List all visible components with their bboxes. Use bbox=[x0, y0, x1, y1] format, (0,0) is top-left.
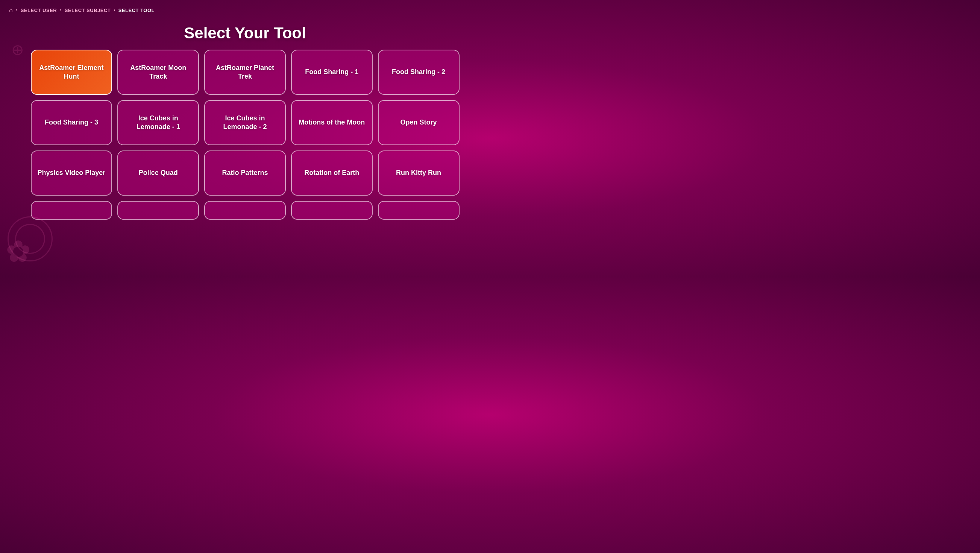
breadcrumb: ⌂ › SELECT USER › SELECT SUBJECT › SELEC… bbox=[0, 0, 490, 20]
tool-card-run-kitty-run[interactable]: Run Kitty Run bbox=[378, 150, 460, 196]
tool-card-physics-video-player[interactable]: Physics Video Player bbox=[31, 150, 113, 196]
breadcrumb-sep-2: › bbox=[60, 8, 62, 13]
tool-label-police-quad: Police Quad bbox=[139, 169, 178, 177]
tool-card-open-story[interactable]: Open Story bbox=[378, 100, 460, 145]
tool-card-astroamer-moon-track[interactable]: AstRoamer Moon Track bbox=[117, 49, 199, 95]
page-title: Select Your Tool bbox=[0, 24, 490, 42]
tool-card-partial-4 bbox=[378, 201, 460, 220]
tool-label-food-sharing-1: Food Sharing - 1 bbox=[305, 68, 358, 76]
tool-card-ice-cubes-lemonade-1[interactable]: Ice Cubes in Lemonade - 1 bbox=[117, 100, 199, 145]
tool-label-ice-cubes-lemonade-2: Ice Cubes in Lemonade - 2 bbox=[211, 114, 279, 132]
tool-label-astroamer-planet-trek: AstRoamer Planet Trek bbox=[211, 64, 279, 81]
tool-card-food-sharing-1[interactable]: Food Sharing - 1 bbox=[291, 49, 373, 95]
breadcrumb-select-subject[interactable]: SELECT SUBJECT bbox=[65, 8, 111, 13]
tool-label-rotation-of-earth: Rotation of Earth bbox=[304, 169, 359, 177]
tool-card-partial-2 bbox=[204, 201, 286, 220]
circle-decoration-2 bbox=[15, 224, 45, 254]
tool-label-physics-video-player: Physics Video Player bbox=[38, 169, 106, 177]
tool-label-motions-of-moon: Motions of the Moon bbox=[299, 118, 365, 127]
tool-card-motions-of-moon[interactable]: Motions of the Moon bbox=[291, 100, 373, 145]
breadcrumb-select-user[interactable]: SELECT USER bbox=[21, 8, 57, 13]
breadcrumb-sep-3: › bbox=[114, 8, 115, 13]
breadcrumb-select-tool[interactable]: SELECT TOOL bbox=[118, 8, 154, 13]
tool-label-astroamer-element-hunt: AstRoamer Element Hunt bbox=[38, 64, 106, 81]
tool-label-ratio-patterns: Ratio Patterns bbox=[222, 169, 268, 177]
tool-label-run-kitty-run: Run Kitty Run bbox=[396, 169, 441, 177]
circle-decoration-1 bbox=[8, 216, 52, 261]
tool-card-ratio-patterns[interactable]: Ratio Patterns bbox=[204, 150, 286, 196]
tool-label-ice-cubes-lemonade-1: Ice Cubes in Lemonade - 1 bbox=[124, 114, 192, 132]
flower-decoration: ✿ bbox=[6, 234, 31, 269]
tools-grid: AstRoamer Element HuntAstRoamer Moon Tra… bbox=[1, 49, 490, 196]
tool-card-food-sharing-3[interactable]: Food Sharing - 3 bbox=[31, 100, 113, 145]
tool-label-food-sharing-2: Food Sharing - 2 bbox=[392, 68, 445, 76]
tools-grid-partial bbox=[1, 201, 490, 220]
tool-card-astroamer-planet-trek[interactable]: AstRoamer Planet Trek bbox=[204, 49, 286, 95]
tool-card-astroamer-element-hunt[interactable]: AstRoamer Element Hunt bbox=[31, 49, 113, 95]
tool-card-rotation-of-earth[interactable]: Rotation of Earth bbox=[291, 150, 373, 196]
tool-card-partial-3 bbox=[291, 201, 373, 220]
tool-card-partial-1 bbox=[117, 201, 199, 220]
tool-label-food-sharing-3: Food Sharing - 3 bbox=[45, 118, 98, 127]
tool-label-astroamer-moon-track: AstRoamer Moon Track bbox=[124, 64, 192, 81]
tool-label-open-story: Open Story bbox=[401, 118, 437, 127]
tool-card-partial-0 bbox=[31, 201, 113, 220]
tool-card-police-quad[interactable]: Police Quad bbox=[117, 150, 199, 196]
tool-card-food-sharing-2[interactable]: Food Sharing - 2 bbox=[378, 49, 460, 95]
breadcrumb-sep-1: › bbox=[16, 8, 18, 13]
tool-card-ice-cubes-lemonade-2[interactable]: Ice Cubes in Lemonade - 2 bbox=[204, 100, 286, 145]
home-icon[interactable]: ⌂ bbox=[9, 7, 13, 14]
